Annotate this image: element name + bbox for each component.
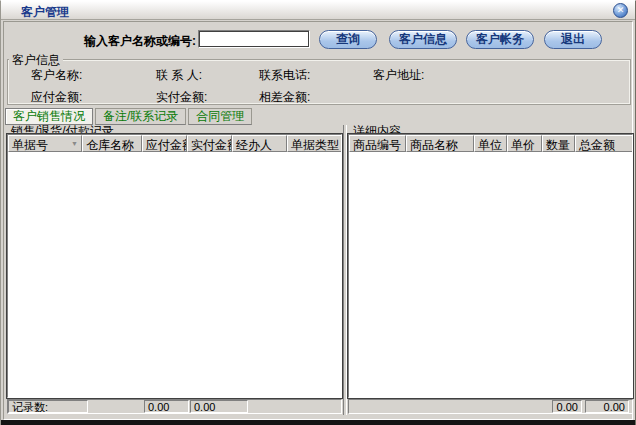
customer-search-input[interactable] — [198, 30, 310, 48]
sales-table-header: 单据号 ▼ 仓库名称 应付金额 实付金额 经办人 单据类型 — [8, 135, 341, 152]
column-header-product-code[interactable]: 商品编号 — [349, 135, 406, 152]
field-label-customer-name: 客户名称: — [31, 67, 82, 84]
right-total-2: 0.00 — [585, 400, 629, 413]
column-header-product-name[interactable]: 商品名称 — [406, 135, 474, 152]
column-header-warehouse-name[interactable]: 仓库名称 — [82, 135, 142, 152]
column-header-payable-amount[interactable]: 应付金额 — [142, 135, 187, 152]
customer-info-button[interactable]: 客户信息 — [389, 30, 457, 49]
right-footer-bar: 0.00 0.00 — [348, 399, 633, 414]
field-label-contact-phone: 联系电话: — [259, 67, 310, 84]
customer-info-groupbox — [7, 59, 631, 105]
field-label-customer-address: 客户地址: — [373, 67, 424, 84]
column-header-document-no[interactable]: 单据号 ▼ — [8, 135, 82, 152]
column-header-handler[interactable]: 经办人 — [232, 135, 287, 152]
record-count-label: 记录数: — [8, 400, 88, 413]
window-bottom-edge — [1, 420, 635, 425]
field-label-difference-amount: 相差金额: — [259, 89, 310, 106]
title-bar: 客户管理 ✕ — [1, 1, 635, 20]
customer-account-button[interactable]: 客户帐务 — [466, 30, 534, 49]
exit-button[interactable]: 退出 — [544, 30, 602, 49]
filter-icon[interactable]: ▼ — [71, 140, 78, 147]
right-total-1: 0.00 — [552, 400, 582, 413]
field-label-payable-amount: 应付金额: — [31, 89, 82, 106]
tab-contract-management[interactable]: 合同管理 — [188, 108, 252, 125]
left-total-1: 0.00 — [144, 400, 189, 413]
left-total-2: 0.00 — [190, 400, 248, 413]
detail-items-table[interactable]: 商品编号 商品名称 单位 单价 数量 总金额 — [348, 134, 633, 398]
field-label-contact-person: 联 系 人: — [156, 67, 202, 84]
sales-records-table[interactable]: 单据号 ▼ 仓库名称 应付金额 实付金额 经办人 单据类型 — [7, 134, 342, 398]
column-header-unit[interactable]: 单位 — [474, 135, 507, 152]
detail-table-header: 商品编号 商品名称 单位 单价 数量 总金额 — [349, 135, 632, 152]
left-footer-bar: 记录数: 0.00 0.00 — [7, 399, 342, 414]
panel-divider — [343, 125, 347, 415]
query-button[interactable]: 查询 — [319, 30, 377, 49]
column-header-unit-price[interactable]: 单价 — [507, 135, 542, 152]
close-icon[interactable]: ✕ — [613, 3, 628, 18]
customer-management-window: 客户管理 ✕ 输入客户名称或编号: 查询 客户信息 客户帐务 退出 客户信息 客… — [0, 0, 636, 425]
column-header-quantity[interactable]: 数量 — [542, 135, 575, 152]
column-header-paid-amount[interactable]: 实付金额 — [187, 135, 232, 152]
field-label-paid-amount: 实付金额: — [156, 89, 207, 106]
window-title: 客户管理 — [21, 4, 69, 21]
column-header-total-amount[interactable]: 总金额 — [575, 135, 632, 152]
column-header-document-type[interactable]: 单据类型 — [287, 135, 341, 152]
search-label: 输入客户名称或编号: — [71, 33, 196, 50]
